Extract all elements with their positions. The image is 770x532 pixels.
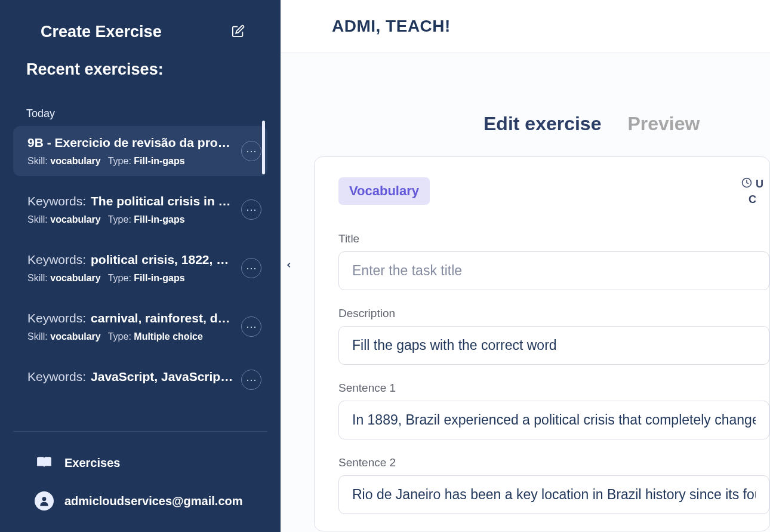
sentence1-input[interactable] — [338, 401, 769, 439]
avatar-icon — [35, 491, 54, 511]
panel-header: Vocabulary U C — [338, 177, 769, 206]
brand-bar: ADMI, TEACH! — [281, 0, 770, 53]
use-count-indicator: U C — [741, 177, 763, 206]
sidebar-footer: Exercises admicloudservices@gmail.com — [13, 431, 267, 532]
recent-exercises-heading: Recent exercises: — [0, 53, 281, 79]
field-sentence-1: Sentence 1 — [338, 382, 769, 439]
exercise-title: 9B - Exercicio de revisão da prov… — [27, 136, 235, 150]
svg-point-0 — [42, 497, 47, 501]
exercise-list: Today 9B - Exercicio de revisão da prov…… — [0, 79, 281, 431]
tab-edit[interactable]: Edit exercise — [483, 113, 601, 135]
description-label: Description — [338, 307, 769, 320]
brand-title: ADMI, TEACH! — [332, 17, 770, 36]
more-icon[interactable]: ⋯ — [241, 141, 261, 161]
nav-account[interactable]: admicloudservices@gmail.com — [35, 482, 267, 520]
book-icon — [35, 453, 54, 472]
title-label: Title — [338, 232, 769, 245]
sentence2-input[interactable] — [338, 475, 769, 514]
exercise-keywords: Keywords:The political crisis in Brazil… — [27, 194, 235, 208]
clock-icon — [741, 177, 752, 191]
user-email: admicloudservices@gmail.com — [64, 494, 243, 508]
exercise-item[interactable]: Keywords:political crisis, 1822, Rio de…… — [13, 243, 267, 293]
sentence2-label: Sentence 2 — [338, 456, 769, 469]
main-content: ADMI, TEACH! Edit exercise Preview Vocab… — [281, 0, 770, 532]
exercise-keywords: Keywords:political crisis, 1822, Rio de… — [27, 253, 235, 267]
sidebar: Create Exercise Recent exercises: Today … — [0, 0, 281, 532]
exercise-meta: Skill: vocabulary Type: Fill-in-gaps — [27, 156, 235, 167]
skill-badge: Vocabulary — [338, 177, 430, 205]
field-description: Description — [338, 307, 769, 365]
nav-exercises[interactable]: Exercises — [35, 444, 267, 482]
more-icon[interactable]: ⋯ — [241, 199, 261, 220]
tabs: Edit exercise Preview — [281, 113, 770, 135]
exercise-meta: Skill: vocabulary Type: Multiple choice — [27, 331, 235, 342]
exercise-item[interactable]: Keywords:The political crisis in Brazil…… — [13, 184, 267, 235]
exercise-item[interactable]: 9B - Exercicio de revisão da prov… Skill… — [13, 126, 267, 176]
exercise-item[interactable]: Keywords:JavaScript, JavaScript,… ⋯ — [13, 360, 267, 399]
content-wrap: Edit exercise Preview Vocabulary U — [281, 53, 770, 532]
title-input[interactable] — [338, 251, 769, 290]
time-group-today: Today — [13, 103, 267, 126]
description-input[interactable] — [338, 326, 769, 365]
create-exercise-title[interactable]: Create Exercise — [41, 23, 162, 41]
compose-icon[interactable] — [232, 24, 245, 40]
editor-panel: Vocabulary U C Titl — [314, 156, 770, 531]
sentence1-label: Sentence 1 — [338, 382, 769, 395]
more-icon[interactable]: ⋯ — [241, 370, 261, 390]
nav-exercises-label: Exercises — [64, 456, 120, 470]
more-icon[interactable]: ⋯ — [241, 316, 261, 337]
exercise-meta: Skill: vocabulary Type: Fill-in-gaps — [27, 214, 235, 225]
sidebar-scrollbar[interactable] — [262, 121, 265, 174]
tab-preview[interactable]: Preview — [627, 113, 700, 135]
field-sentence-2: Sentence 2 — [338, 456, 769, 514]
sidebar-header: Create Exercise — [0, 0, 281, 53]
exercise-meta: Skill: vocabulary Type: Fill-in-gaps — [27, 273, 235, 284]
exercise-item[interactable]: Keywords:carnival, rainforest, dance,… S… — [13, 302, 267, 352]
more-icon[interactable]: ⋯ — [241, 258, 261, 278]
collapse-sidebar-button[interactable] — [281, 257, 297, 273]
exercise-keywords: Keywords:JavaScript, JavaScript,… — [27, 370, 235, 384]
field-title: Title — [338, 232, 769, 290]
exercise-keywords: Keywords:carnival, rainforest, dance,… — [27, 311, 235, 325]
